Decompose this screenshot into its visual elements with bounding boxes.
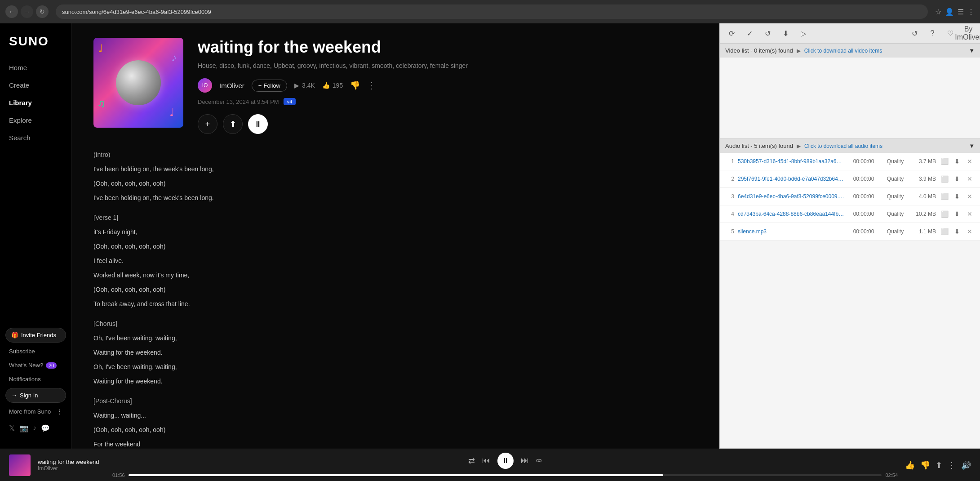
audio-copy-button[interactable]: ⬜ [940, 156, 949, 166]
follow-plus-icon: + [258, 82, 262, 89]
more-options-button[interactable]: ⋮ [367, 80, 376, 91]
audio-download-button[interactable]: ⬇ [952, 156, 962, 166]
player-next-button[interactable]: ⏭ [521, 456, 529, 465]
audio-item-actions: ⬜ ⬇ ✕ [940, 174, 975, 184]
audio-section-header: Audio list - 5 item(s) found ▶ Click to … [720, 139, 980, 153]
sidebar: SUNO Home Create Library Explore Search … [0, 23, 72, 449]
audio-item-quality: Quality [883, 211, 908, 217]
audio-item-quality: Quality [883, 176, 908, 182]
video-expand-arrow[interactable]: ▶ [797, 48, 801, 54]
dislike-button[interactable]: 👎 [350, 80, 360, 90]
sidebar-item-library[interactable]: Library [0, 94, 71, 111]
player-dislike-button[interactable]: 👎 [920, 460, 930, 470]
audio-copy-button[interactable]: ⬜ [940, 174, 949, 184]
profile-icon[interactable]: 👤 [945, 8, 954, 16]
progress-bar-fill [129, 474, 664, 476]
audio-list-item: 3 6e4d31e9-e6ec-4ba6-9af3-52099fce0009.m… [720, 188, 980, 205]
panel-settings-button[interactable]: ↺ [908, 27, 921, 40]
share-button[interactable]: ⬆ [223, 114, 243, 134]
audio-copy-button[interactable]: ⬜ [940, 227, 949, 236]
progress-bar-container[interactable] [129, 474, 882, 476]
player-play-pause-button[interactable]: ⏸ [497, 453, 514, 469]
audio-collapse-icon[interactable]: ▼ [969, 143, 975, 149]
sign-in-button[interactable]: → Sign In [5, 388, 66, 403]
audio-download-button[interactable]: ⬇ [952, 192, 962, 201]
player-more-button[interactable]: ⋮ [948, 460, 956, 470]
audio-download-button[interactable]: ⬇ [952, 209, 962, 219]
follow-button[interactable]: + Follow [252, 80, 287, 92]
invite-friends-button[interactable]: 🎁 Invite Friends [5, 328, 66, 343]
audio-remove-button[interactable]: ✕ [965, 227, 975, 236]
add-to-playlist-button[interactable]: + [198, 114, 217, 134]
whats-new-item[interactable]: What's New? 20 [5, 360, 66, 370]
audio-remove-button[interactable]: ✕ [965, 192, 975, 201]
panel-check-button[interactable]: ✓ [743, 27, 756, 40]
player-share-button[interactable]: ⬆ [936, 460, 942, 470]
audio-download-button[interactable]: ⬇ [952, 227, 962, 236]
logo[interactable]: SUNO [0, 31, 71, 59]
audio-remove-button[interactable]: ✕ [965, 156, 975, 166]
more-from-suno-item[interactable]: More from Suno ⋮ [5, 406, 66, 417]
address-bar[interactable]: suno.com/song/6e4d31e9-e6ec-4ba6-9af3-52… [56, 4, 928, 19]
player-loop-button[interactable]: ∞ [536, 456, 542, 465]
song-date-text: December 13, 2024 at 9:54 PM [198, 98, 279, 105]
audio-item-duration: 00:00:00 [848, 158, 879, 165]
player-shuffle-button[interactable]: ⇄ [468, 456, 475, 466]
audio-item-filename[interactable]: 6e4d31e9-e6ec-4ba6-9af3-52099fce0009.mp3 [738, 193, 844, 200]
like-count[interactable]: 👍 195 [322, 82, 343, 89]
video-section-title: Video list - 0 item(s) found [725, 47, 793, 54]
audio-expand-arrow[interactable]: ▶ [797, 143, 801, 149]
audio-item-filename[interactable]: 530b3957-d316-45d1-8bbf-989b1aa32a60.mp3 [738, 158, 844, 165]
player-like-button[interactable]: 👍 [905, 460, 915, 470]
tiktok-icon[interactable]: ♪ [33, 424, 36, 432]
audio-remove-button[interactable]: ✕ [965, 209, 975, 219]
player-total-time: 02:54 [885, 472, 898, 478]
twitter-icon[interactable]: 𝕏 [9, 424, 15, 432]
back-button[interactable]: ← [5, 5, 18, 18]
lyrics-line: Waiting... waiting... [93, 409, 363, 422]
panel-refresh-button[interactable]: ⟳ [725, 27, 738, 40]
discord-icon[interactable]: 💬 [41, 424, 50, 432]
sign-in-icon: → [11, 392, 17, 399]
panel-by-author-button[interactable]: By ImOliver [962, 27, 975, 40]
reload-button[interactable]: ↻ [36, 5, 49, 18]
lyrics-line: Oh, I've been waiting, waiting, [93, 332, 363, 344]
subscribe-link[interactable]: Subscribe [5, 346, 66, 356]
browser-nav-buttons: ← → ↻ [5, 5, 49, 18]
player-prev-button[interactable]: ⏮ [482, 456, 490, 465]
bookmark-icon[interactable]: ☆ [935, 8, 941, 16]
audio-remove-button[interactable]: ✕ [965, 174, 975, 184]
audio-copy-button[interactable]: ⬜ [940, 192, 949, 201]
panel-help-button[interactable]: ? [926, 27, 939, 40]
sidebar-bottom: 🎁 Invite Friends Subscribe What's New? 2… [0, 322, 71, 441]
player-volume-button[interactable]: 🔊 [961, 460, 971, 470]
instagram-icon[interactable]: 📷 [19, 424, 28, 432]
panel-play-button[interactable]: ▷ [797, 27, 810, 40]
audio-item-filename[interactable]: cd7d43ba-64ca-4288-88b6-cb86eaa144fb.mp3 [738, 211, 844, 217]
audio-download-all-link[interactable]: Click to download all audio items [804, 143, 882, 149]
panel-reload-button[interactable]: ↺ [761, 27, 774, 40]
follow-label: Follow [263, 82, 280, 89]
sidebar-item-search[interactable]: Search [0, 129, 71, 146]
audio-download-button[interactable]: ⬇ [952, 174, 962, 184]
sidebar-item-home[interactable]: Home [0, 59, 71, 76]
video-collapse-icon[interactable]: ▼ [969, 47, 975, 54]
player-progress-bar[interactable]: 01:56 02:54 [112, 472, 898, 478]
video-download-all-link[interactable]: Click to download all video items [804, 48, 882, 54]
lyrics-line: Waiting for the weekend. [93, 375, 363, 387]
sidebar-item-explore[interactable]: Explore [0, 112, 71, 129]
audio-item-num: 3 [725, 193, 734, 200]
extensions-icon[interactable]: ☰ [958, 8, 964, 16]
forward-button[interactable]: → [21, 5, 33, 18]
sidebar-item-create[interactable]: Create [0, 77, 71, 94]
audio-copy-button[interactable]: ⬜ [940, 209, 949, 219]
whats-new-label: What's New? [9, 362, 43, 369]
notifications-item[interactable]: Notifications [5, 374, 66, 384]
audio-item-filename[interactable]: silence.mp3 [738, 228, 844, 235]
audio-item-filename[interactable]: 295f7691-9fe1-40d0-bd6d-e7a047d32b64.mp3 [738, 176, 844, 182]
menu-icon[interactable]: ⋮ [967, 8, 975, 16]
creator-name[interactable]: ImOliver [219, 82, 244, 89]
lyrics-line: To break away, and cross that line. [93, 298, 363, 310]
panel-download-button[interactable]: ⬇ [779, 27, 792, 40]
play-pause-button[interactable]: ⏸ [248, 114, 268, 134]
